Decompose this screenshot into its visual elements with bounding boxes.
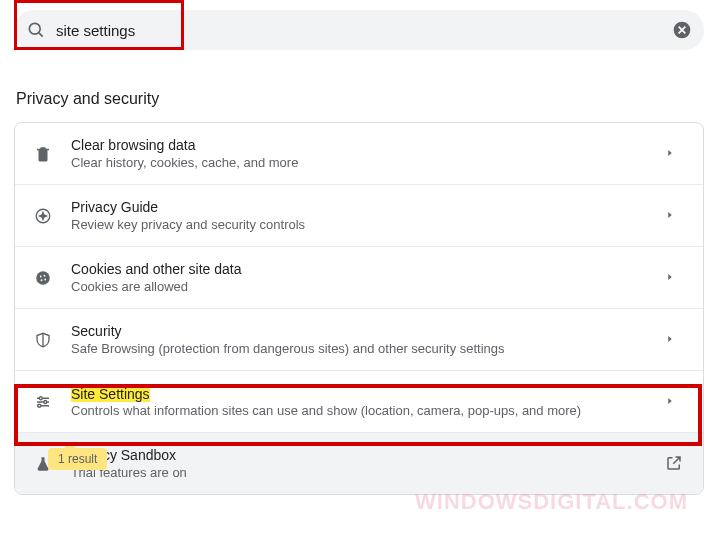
privacy-card: Clear browsing data Clear history, cooki… <box>14 122 704 495</box>
row-title: Privacy Guide <box>71 199 665 215</box>
row-security[interactable]: Security Safe Browsing (protection from … <box>15 309 703 371</box>
row-title: Security <box>71 323 665 339</box>
trash-icon <box>33 144 53 164</box>
svg-point-8 <box>44 278 46 280</box>
shield-icon <box>33 330 53 350</box>
chevron-right-icon <box>665 144 685 164</box>
row-content: Security Safe Browsing (protection from … <box>71 323 665 356</box>
svg-point-12 <box>44 400 47 403</box>
row-title: Privacy Sandbox <box>71 447 665 463</box>
row-desc: Review key privacy and security controls <box>71 217 665 232</box>
svg-point-14 <box>38 404 41 407</box>
result-tooltip: 1 result <box>48 448 107 470</box>
row-site-settings[interactable]: Site Settings Controls what information … <box>15 371 703 433</box>
search-icon <box>26 20 46 40</box>
row-content: Site Settings Controls what information … <box>71 385 665 418</box>
search-input[interactable] <box>56 22 672 39</box>
svg-point-0 <box>29 23 40 34</box>
row-cookies[interactable]: Cookies and other site data Cookies are … <box>15 247 703 309</box>
chevron-right-icon <box>665 206 685 226</box>
external-link-icon <box>665 454 685 474</box>
row-desc: Clear history, cookies, cache, and more <box>71 155 665 170</box>
row-title-highlighted: Site Settings <box>71 386 150 402</box>
row-title: Cookies and other site data <box>71 261 665 277</box>
row-desc: Safe Browsing (protection from dangerous… <box>71 341 665 356</box>
svg-point-4 <box>36 271 50 285</box>
row-content: Cookies and other site data Cookies are … <box>71 261 665 294</box>
row-privacy-sandbox[interactable]: Privacy Sandbox Trial features are on <box>15 433 703 494</box>
clear-search-icon[interactable] <box>672 20 692 40</box>
svg-point-7 <box>41 279 43 281</box>
chevron-right-icon <box>665 268 685 288</box>
section-title: Privacy and security <box>16 90 704 108</box>
chevron-right-icon <box>665 392 685 412</box>
row-desc: Controls what information sites can use … <box>71 403 665 418</box>
row-content: Clear browsing data Clear history, cooki… <box>71 137 665 170</box>
row-desc: Cookies are allowed <box>71 279 665 294</box>
row-clear-browsing-data[interactable]: Clear browsing data Clear history, cooki… <box>15 123 703 185</box>
svg-point-6 <box>44 274 46 276</box>
chevron-right-icon <box>665 330 685 350</box>
row-desc: Trial features are on <box>71 465 665 480</box>
svg-line-1 <box>39 33 43 37</box>
svg-point-5 <box>40 275 42 277</box>
row-content: Privacy Guide Review key privacy and sec… <box>71 199 665 232</box>
row-title: Clear browsing data <box>71 137 665 153</box>
compass-icon <box>33 206 53 226</box>
search-bar[interactable] <box>14 10 704 50</box>
sliders-icon <box>33 392 53 412</box>
row-content: Privacy Sandbox Trial features are on <box>71 447 665 480</box>
row-privacy-guide[interactable]: Privacy Guide Review key privacy and sec… <box>15 185 703 247</box>
cookie-icon <box>33 268 53 288</box>
svg-point-10 <box>39 396 42 399</box>
